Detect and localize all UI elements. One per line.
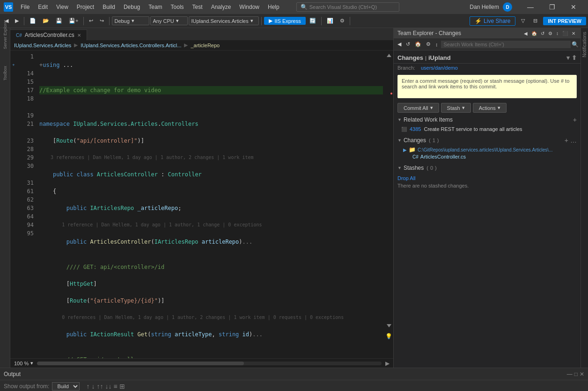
scroll-down-icon[interactable] — [386, 322, 392, 330]
project-dropdown[interactable]: IUpland.Services.Articles ▾ — [189, 16, 259, 25]
notifications-label[interactable]: Notifications — [581, 30, 588, 59]
te-branch-value[interactable]: users/dan/demo — [421, 65, 458, 71]
menu-project[interactable]: Project — [73, 3, 98, 11]
minimize-button[interactable]: — — [520, 0, 541, 14]
te-home-btn[interactable]: 🏠 — [530, 30, 538, 36]
te-settings-btn[interactable]: ⚙ — [547, 30, 554, 36]
editor-breadcrumb: IUpland.Services.Articles ▶ IUpland.Serv… — [10, 40, 393, 51]
menu-view[interactable]: View — [52, 3, 72, 11]
menu-bar: File Edit View Project Build Debug Team … — [17, 3, 283, 11]
menu-team[interactable]: Team — [145, 3, 166, 11]
bc-namespace[interactable]: IUpland.Services.Articles — [14, 43, 71, 48]
te-tb-back[interactable]: ◀ — [396, 40, 403, 48]
toolbar-save-all-btn[interactable]: 💾+ — [66, 17, 81, 25]
te-tb-home[interactable]: 🏠 — [413, 40, 423, 48]
folder-path-text: C:\GitRepos\iupland.services.articles\IU… — [418, 147, 552, 152]
menu-debug[interactable]: Debug — [120, 3, 144, 11]
debug-config-chevron: ▾ — [132, 18, 134, 24]
code-content[interactable]: +using ... //Example code change for dem… — [36, 51, 387, 358]
maximize-button[interactable]: ❐ — [541, 0, 563, 14]
lightbulb-icon[interactable]: 💡 — [385, 333, 392, 340]
te-tb-sync[interactable]: ↕ — [434, 41, 440, 48]
toolbar-diagnostics-btn[interactable]: 📊 — [324, 17, 336, 25]
output-tb-btn-5[interactable]: ≡ — [113, 383, 117, 390]
menu-build[interactable]: Build — [99, 3, 119, 11]
tab-label: ArticlesController.cs — [25, 32, 74, 38]
menu-test[interactable]: Test — [189, 3, 206, 11]
toolbar-open-btn[interactable]: 📂 — [40, 17, 52, 25]
toolbar-sep-3 — [109, 17, 110, 25]
close-button[interactable]: ✕ — [563, 0, 584, 14]
global-search-box[interactable]: 🔍 Search Visual Studio (Ctrl+Q) — [296, 2, 399, 12]
toolbar-layout-btn[interactable]: ⊟ — [530, 17, 540, 25]
cpu-dropdown[interactable]: Any CPU ▾ — [150, 16, 188, 25]
bc-controller[interactable]: IUpland.Services.Articles.Controllers.Ar… — [81, 43, 181, 48]
work-item-row[interactable]: ⬛ 4385 Create REST service to manage all… — [394, 125, 581, 133]
more-changes-icon[interactable]: … — [570, 137, 577, 144]
te-close-btn[interactable]: ✕ — [570, 30, 577, 36]
sidebar-toolbox-icon[interactable]: Toolbox — [0, 68, 10, 78]
int-preview-button[interactable]: INT PREVIEW — [543, 17, 586, 25]
changes-section-header[interactable]: ▼ Changes ( 1 ) + … — [394, 135, 581, 145]
tab-close-button[interactable]: ✕ — [77, 33, 81, 38]
te-search-icon[interactable]: 🔍 — [572, 41, 579, 48]
left-sidebar: Server Explorer Toolbox — [0, 28, 10, 368]
related-work-items-section[interactable]: ▼ Related Work Items + — [394, 115, 581, 125]
menu-window[interactable]: Window — [235, 3, 263, 11]
output-minimize-btn[interactable]: — — [567, 371, 573, 377]
te-search-input[interactable] — [441, 41, 571, 48]
te-commit-message[interactable]: Enter a commit message (required) or sta… — [397, 75, 577, 98]
debug-config-dropdown[interactable]: Debug ▾ — [112, 16, 149, 25]
toolbar-new-btn[interactable]: 📄 — [27, 17, 39, 25]
te-maximize-btn[interactable]: ⬛ — [561, 30, 569, 36]
te-refresh-btn[interactable]: ↺ — [539, 30, 546, 36]
te-sync-btn[interactable]: ↕ — [555, 30, 560, 36]
menu-edit[interactable]: Edit — [34, 3, 51, 11]
stash-button[interactable]: Stash ▾ — [441, 103, 471, 113]
output-close-btn[interactable]: ✕ — [580, 371, 584, 377]
menu-file[interactable]: File — [17, 3, 33, 11]
te-changes-expand-btn[interactable]: ⬆ — [572, 54, 577, 61]
output-source-dropdown[interactable]: Build — [52, 382, 80, 391]
te-tb-refresh[interactable]: ↺ — [404, 40, 412, 48]
output-tb-btn-1[interactable]: ↑ — [86, 383, 89, 390]
scroll-right-btn[interactable]: ▶ — [385, 360, 390, 367]
menu-analyze[interactable]: Analyze — [207, 3, 235, 11]
stashes-section-header[interactable]: ▼ Stashes ( 0 ) — [394, 163, 581, 173]
toolbar-save-btn[interactable]: 💾 — [53, 17, 65, 25]
te-changes-menu-btn[interactable]: ▾ — [566, 54, 570, 61]
commit-all-button[interactable]: Commit All ▾ — [397, 103, 439, 113]
output-tb-btn-2[interactable]: ↓ — [91, 383, 95, 390]
iis-express-button[interactable]: ▶ IIS Express — [264, 17, 305, 25]
output-maximize-btn[interactable]: □ — [574, 371, 578, 377]
add-work-item-icon[interactable]: + — [573, 116, 577, 123]
code-folding-icon[interactable]: + — [12, 63, 15, 67]
editor-tab-articles-controller[interactable]: C# ArticlesController.cs ✕ — [10, 29, 87, 40]
bc-field[interactable]: _articleRepo — [191, 43, 220, 48]
stash-label: Stash — [447, 105, 460, 111]
user-avatar[interactable]: D — [503, 2, 512, 12]
te-back-btn[interactable]: ◀ — [522, 30, 529, 36]
toolbar-undo-btn[interactable]: ↩ — [86, 17, 96, 25]
output-tb-btn-3[interactable]: ↑↑ — [96, 383, 103, 390]
horizontal-scrollbar[interactable] — [37, 362, 382, 365]
live-share-button[interactable]: ⚡ Live Share — [470, 16, 515, 26]
scroll-up-icon[interactable] — [386, 52, 392, 60]
output-tb-btn-4[interactable]: ↓↓ — [105, 383, 111, 390]
actions-button[interactable]: Actions ▾ — [473, 103, 507, 113]
drop-all-button[interactable]: Drop All — [397, 174, 577, 182]
file-tree-root[interactable]: ▶ 📁 C:\GitRepos\iupland.services.article… — [403, 146, 571, 153]
sidebar-server-explorer-icon[interactable]: Server Explorer — [0, 30, 10, 39]
zoom-control[interactable]: 100 % ▾ — [14, 360, 33, 366]
toolbar-filter-btn[interactable]: ▽ — [518, 17, 528, 25]
toolbar-redo-btn[interactable]: ↪ — [97, 17, 107, 25]
menu-tools[interactable]: Tools — [167, 3, 188, 11]
add-changes-icon[interactable]: + — [565, 137, 568, 144]
te-tb-settings[interactable]: ⚙ — [424, 40, 433, 48]
menu-help[interactable]: Help — [264, 3, 283, 11]
toolbar-settings-btn[interactable]: ⚙ — [337, 17, 347, 25]
toolbar-refresh-btn[interactable]: 🔄 — [307, 17, 319, 25]
output-tb-btn-6[interactable]: ⊞ — [119, 383, 125, 390]
toolbar-forward-btn[interactable]: ▶ — [12, 17, 22, 25]
file-tree-item[interactable]: C# ArticlesController.cs — [403, 153, 571, 160]
